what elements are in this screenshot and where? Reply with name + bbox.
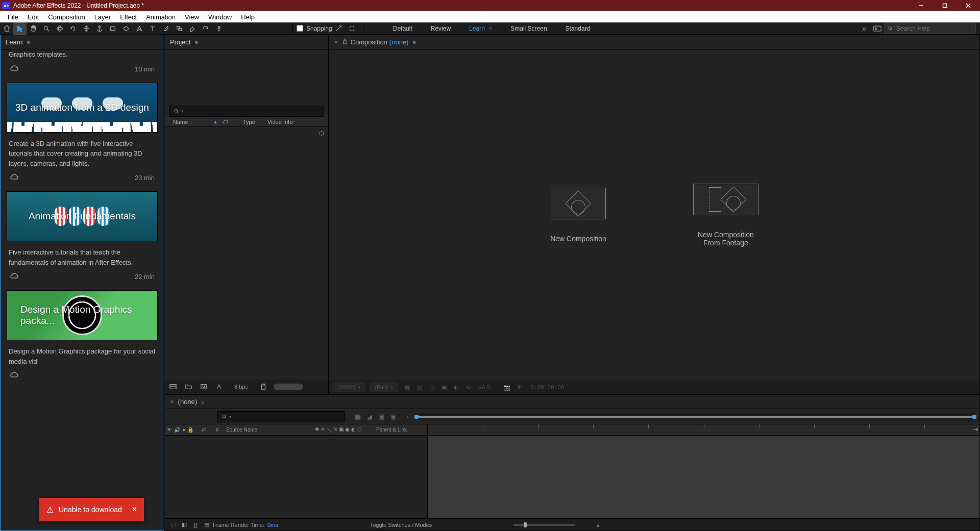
puppet-tool[interactable]: [212, 22, 226, 35]
search-help[interactable]: [884, 23, 976, 34]
zoom-out-icon[interactable]: ▲: [595, 522, 601, 528]
close-tab-icon[interactable]: ×: [334, 38, 338, 46]
lock-icon[interactable]: [342, 38, 348, 46]
render-queue-icon[interactable]: ▤: [202, 520, 212, 530]
menu-help[interactable]: Help: [236, 11, 259, 22]
col-video-info[interactable]: Video Info: [263, 119, 292, 125]
minimize-button[interactable]: [910, 0, 933, 11]
rotate-tool[interactable]: [66, 22, 80, 35]
col-hash[interactable]: #: [216, 427, 226, 433]
anchor-tool[interactable]: [93, 22, 106, 35]
timeline-tracks-area[interactable]: ⇥: [428, 436, 979, 518]
menu-file[interactable]: File: [3, 11, 23, 22]
zoom-tool[interactable]: [40, 22, 53, 35]
switch-icon[interactable]: ⬡: [357, 426, 362, 434]
menu-view[interactable]: View: [180, 11, 204, 22]
reset-exposure-icon[interactable]: ⟲: [463, 382, 474, 392]
new-comp-icon[interactable]: [199, 382, 209, 392]
rect-tool[interactable]: [106, 22, 119, 35]
timeline-ruler[interactable]: [428, 424, 979, 436]
new-folder-icon[interactable]: [183, 382, 193, 392]
switch-icon[interactable]: fx: [333, 426, 337, 434]
menu-edit[interactable]: Edit: [23, 11, 43, 22]
pen-tool[interactable]: [133, 22, 146, 35]
workspace-menu-icon[interactable]: ≡: [489, 26, 492, 32]
collapse-icon[interactable]: ⇥: [973, 425, 978, 433]
hamburger-icon[interactable]: ≡: [201, 399, 204, 405]
toast-close-button[interactable]: ×: [132, 505, 137, 514]
menu-effect[interactable]: Effect: [115, 11, 141, 22]
orbit-tool[interactable]: [53, 22, 66, 35]
home-tool[interactable]: [0, 22, 13, 35]
ellipse-tool[interactable]: [119, 22, 133, 35]
fast-preview-icon[interactable]: ▦: [402, 382, 412, 392]
timeline-search-input[interactable]: [232, 413, 340, 420]
channel-icon[interactable]: ◐: [451, 382, 461, 392]
interpret-footage-icon[interactable]: [168, 382, 178, 392]
audio-icon[interactable]: 🔊: [174, 427, 180, 433]
graph-editor-icon[interactable]: ▭: [402, 413, 408, 420]
transparency-grid-icon[interactable]: ▧: [414, 382, 425, 392]
lock-col-icon[interactable]: 🔒: [187, 427, 193, 433]
hamburger-icon[interactable]: ≡: [412, 39, 415, 45]
switch-icon[interactable]: ◉: [345, 426, 350, 434]
tutorial-card-3d[interactable]: 3D animation from a 2D design Create a 3…: [7, 83, 158, 185]
brush-tool[interactable]: [159, 22, 173, 35]
col-name[interactable]: Name: [165, 119, 212, 125]
bpc-label[interactable]: 8 bpc: [229, 384, 253, 390]
motion-blur-icon[interactable]: ◉: [390, 413, 396, 420]
close-button[interactable]: [957, 0, 980, 11]
adjust-icon[interactable]: [214, 382, 224, 392]
menu-window[interactable]: Window: [204, 11, 236, 22]
menu-layer[interactable]: Layer: [90, 11, 116, 22]
switch-icon[interactable]: ＼: [327, 426, 332, 434]
frame-blend-icon[interactable]: ▣: [378, 413, 384, 420]
flowchart-icon[interactable]: ⬡: [319, 130, 324, 137]
timeline-scrubber[interactable]: [414, 413, 976, 420]
new-comp-footage-tile[interactable]: New Composition From Footage: [693, 184, 758, 247]
expand-icon[interactable]: ⬚: [168, 520, 178, 530]
pan-behind-tool[interactable]: [80, 22, 93, 35]
new-comp-tile[interactable]: New Composition: [550, 188, 606, 243]
zoom-dropdown[interactable]: (100%) ▾: [332, 382, 365, 392]
menu-composition[interactable]: Composition: [43, 11, 89, 22]
switch-icon[interactable]: ◐: [351, 426, 356, 434]
work-area-start-handle[interactable]: [414, 415, 419, 419]
hand-tool[interactable]: [27, 22, 40, 35]
eraser-tool[interactable]: [186, 22, 199, 35]
timeline-search[interactable]: ▾: [217, 411, 345, 422]
col-parent-link[interactable]: Parent & Link: [376, 427, 427, 433]
region-icon[interactable]: ▣: [439, 382, 449, 392]
project-search[interactable]: ▾: [169, 106, 324, 117]
tutorial-card-partial[interactable]: Graphics templates. 10 min: [7, 49, 158, 75]
text-tool[interactable]: [146, 22, 159, 35]
learn-tab[interactable]: Learn: [6, 38, 22, 46]
maximize-button[interactable]: [933, 0, 957, 11]
work-area-end-handle[interactable]: [972, 415, 976, 419]
workspace-default[interactable]: Default: [384, 22, 422, 34]
toggle-switches-icon[interactable]: {}: [190, 520, 201, 530]
switch-icon[interactable]: ✱: [315, 426, 319, 434]
snapping-checkbox[interactable]: [297, 25, 303, 32]
shy-icon[interactable]: ◢: [367, 413, 372, 420]
video-eye-icon[interactable]: 👁: [167, 427, 172, 433]
roto-tool[interactable]: [199, 22, 212, 35]
sync-settings-icon[interactable]: [871, 22, 884, 35]
workspace-review[interactable]: Review: [422, 22, 460, 34]
workspace-overflow[interactable]: »: [857, 22, 871, 35]
selection-tool[interactable]: [13, 22, 27, 35]
timecode-display[interactable]: 0:00:00:00: [526, 384, 568, 391]
toggle-switches-modes[interactable]: Toggle Switches / Modes: [370, 522, 432, 528]
tutorial-card-mograph[interactable]: Design a Motion Graphics packa... Design…: [7, 290, 158, 382]
show-snapshot-icon[interactable]: 👁: [514, 382, 524, 392]
clone-tool[interactable]: [173, 22, 186, 35]
snap-option-2[interactable]: [346, 22, 359, 35]
search-help-input[interactable]: [896, 25, 972, 32]
hamburger-icon[interactable]: ≡: [194, 39, 198, 45]
timeline-layers-area[interactable]: [165, 436, 427, 518]
zoom-slider[interactable]: [513, 524, 575, 526]
snapshot-icon[interactable]: 📷: [502, 382, 512, 392]
workspace-learn[interactable]: Learn ≡: [460, 22, 501, 34]
tag-icon[interactable]: 🏷: [222, 119, 228, 125]
col-source-name[interactable]: Source Name: [226, 427, 315, 433]
